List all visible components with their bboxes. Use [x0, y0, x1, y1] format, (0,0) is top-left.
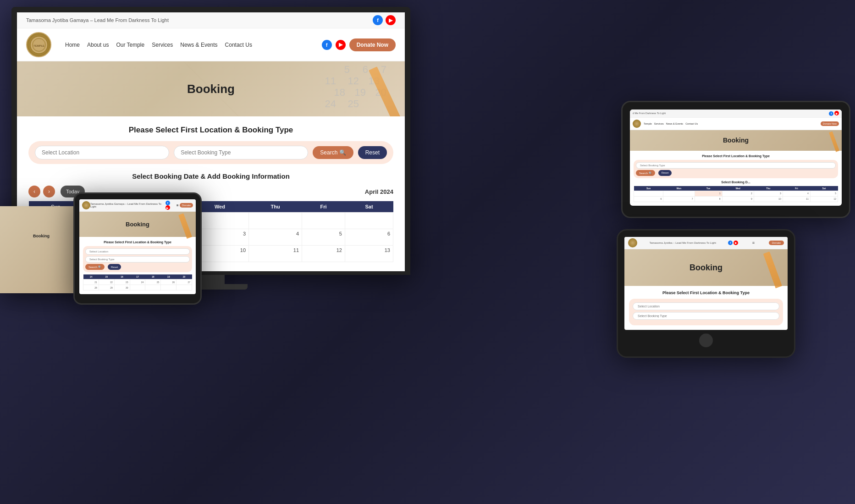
mini-nav-links: Temple Services News & Events Contact Us [644, 122, 698, 125]
svg-text:TEMPLE: TEMPLE [33, 44, 44, 47]
tablet-front-yt[interactable]: ▶ [734, 241, 738, 245]
tablet-mini-hero-title: Booking [126, 221, 149, 228]
tablet-large-frame: d Me From Darkness To Light f ▶ Temple S… [621, 101, 850, 218]
site-nav-links: Home About us Our Temple Services News &… [65, 42, 252, 48]
tablet-mini-frame: Tamasoma Jyotiba Gamaya – Lead Me From D… [73, 192, 202, 305]
mini-nav-services[interactable]: Services [654, 122, 664, 125]
mini-hero: Booking [630, 130, 842, 151]
reset-button[interactable]: Reset [358, 146, 387, 159]
tablet-mini-yt[interactable]: ▶ [165, 205, 170, 210]
tablet-mini-donate[interactable]: Donate [180, 203, 193, 208]
mini-topbar: d Me From Darkness To Light f ▶ [630, 110, 842, 118]
mini-donate-btn[interactable]: Donate Now [821, 121, 839, 126]
tablet-mini-site: Tamasoma Jyotiba Gamaya – Lead Me From D… [79, 199, 196, 294]
tablet-mini-fb[interactable]: f [165, 201, 170, 205]
cal-next-button[interactable]: › [43, 186, 55, 197]
nav-temple[interactable]: Our Temple [116, 42, 144, 48]
table-row[interactable]: 5 [302, 229, 345, 246]
cal-header-fri: Fri [302, 201, 345, 213]
mini-section-title: Please Select First Location & Booking T… [634, 154, 838, 158]
table-row[interactable] [345, 213, 393, 229]
tablet-front-title: Tamasoma Jyotiba – Lead Me From Darkness… [650, 241, 716, 244]
mini-nav-contact[interactable]: Contact Us [685, 122, 698, 125]
mini-form: Search 🔍 Reset [634, 160, 838, 178]
calendar-month: April 2024 [365, 188, 393, 195]
facebook-icon[interactable]: f [373, 15, 383, 25]
tablet-mini-topbar: Tamasoma Jyotiba Gamaya – Lead Me From D… [79, 199, 196, 212]
tablet-front-body: Please Select First Location & Booking T… [624, 286, 788, 330]
mini-search-btn[interactable]: Search 🔍 [636, 170, 655, 176]
nav-about[interactable]: About us [87, 42, 109, 48]
cal-header-thu: Thu [249, 201, 302, 213]
cal-prev-button[interactable]: ‹ [28, 186, 40, 197]
tablet-front-screen: Tamasoma Jyotiba – Lead Me From Darkness… [624, 237, 788, 330]
tablet-front-donate[interactable]: Donate [769, 241, 784, 245]
mini-date-title: Select Booking D... [634, 181, 838, 184]
nav-news[interactable]: News & Events [180, 42, 217, 48]
tablet-large: d Me From Darkness To Light f ▶ Temple S… [621, 101, 850, 218]
tablet-large-screen: d Me From Darkness To Light f ▶ Temple S… [630, 110, 842, 206]
tablet-mini-reset[interactable]: Reset [108, 264, 121, 270]
mini-reset-btn[interactable]: Reset [658, 170, 672, 176]
tablet-mini-form: Search 🔍 Reset [83, 246, 192, 272]
nav-facebook-icon[interactable]: f [322, 40, 332, 50]
mini-yt-icon[interactable]: ▶ [834, 111, 839, 115]
youtube-icon[interactable]: ▶ [386, 15, 396, 25]
phone-site: f ▶ ≡ Donate Booking Please Select First… [5, 219, 77, 281]
nav-contact[interactable]: Contact Us [225, 42, 252, 48]
location-input[interactable] [35, 146, 169, 159]
table-row[interactable]: 13 [345, 246, 393, 262]
phone-hero-title: Booking [33, 234, 50, 238]
mini-booking-type[interactable] [636, 162, 836, 169]
tablet-mini-booking-type[interactable] [85, 256, 190, 263]
booking-form: Search 🔍 Reset [28, 141, 393, 164]
tablet-large-site: d Me From Darkness To Light f ▶ Temple S… [630, 110, 842, 206]
table-row[interactable] [302, 213, 345, 229]
donate-button[interactable]: Donate Now [349, 38, 396, 51]
tablet-mini-screen: Tamasoma Jyotiba Gamaya – Lead Me From D… [79, 199, 196, 294]
mini-nav-temple[interactable]: Temple [644, 122, 652, 125]
booking-subtitle: Please Select First Location & Booking T… [28, 126, 393, 135]
table-row[interactable]: 12 [302, 246, 345, 262]
nav-home[interactable]: Home [65, 42, 80, 48]
tablet-front-section-title: Please Select First Location & Booking T… [629, 290, 783, 295]
mini-fb-icon[interactable]: f [829, 111, 833, 116]
tablet-mini-social: f ▶ [165, 201, 175, 210]
phone-device: f ▶ ≡ Donate Booking Please Select First… [0, 206, 83, 293]
search-button[interactable]: Search 🔍 [313, 146, 353, 159]
phone-frame: f ▶ ≡ Donate Booking Please Select First… [0, 206, 83, 293]
mini-hero-title: Booking [723, 137, 749, 144]
tablet-front-fb[interactable]: f [728, 241, 733, 245]
tablet-front-location[interactable] [633, 302, 779, 310]
tablet-front-frame: Tamasoma Jyotiba – Lead Me From Darkness… [617, 229, 795, 358]
site-header: Tamasoma Jyotiba Gamaya – Lead Me From D… [17, 12, 405, 61]
tablet-mini-section-title: Please Select First Location & Booking T… [83, 241, 192, 244]
table-row[interactable]: 6 [345, 229, 393, 246]
site-nav-right: f ▶ Donate Now [322, 38, 396, 51]
table-row[interactable] [249, 213, 302, 229]
tablet-mini-search[interactable]: Search 🔍 [85, 264, 105, 270]
tablet-front-booking-type[interactable] [633, 312, 779, 320]
tablet-front-hero-title: Booking [690, 263, 723, 273]
site-navbar: TEMPLE Home About us Our Temple Services… [17, 28, 405, 61]
nav-services[interactable]: Services [152, 42, 173, 48]
booking-type-input[interactable] [174, 146, 308, 159]
table-row[interactable]: 4 [249, 229, 302, 246]
tablet-mini-cal: 141516 17181920 21222324252627 282930 [83, 274, 192, 290]
booking-date-title: Select Booking Date & Add Booking Inform… [28, 172, 393, 180]
cal-header-sat: Sat [345, 201, 393, 213]
nav-youtube-icon[interactable]: ▶ [336, 40, 346, 50]
tablet-front-logo [628, 238, 637, 247]
table-row[interactable]: 11 [249, 246, 302, 262]
tablet-mini-title: Tamasoma Jyotiba Gamaya – Lead Me From D… [90, 203, 165, 208]
mini-body: Please Select First Location & Booking T… [630, 151, 842, 206]
mini-tagline: d Me From Darkness To Light [633, 112, 666, 115]
tablet-front-hero: Booking [624, 249, 788, 286]
site-topbar: Tamasoma Jyotiba Gamaya – Lead Me From D… [17, 12, 405, 28]
tablet-front-topbar: Tamasoma Jyotiba – Lead Me From Darkness… [624, 237, 788, 249]
mini-logo [633, 120, 641, 128]
tablet-mini-location[interactable] [85, 248, 190, 255]
mini-nav-news[interactable]: News & Events [666, 122, 683, 125]
site-hero: 5 6 7 11 12 13 18 19 20 24 25 Booking [17, 61, 405, 116]
tablet-front-social: f ▶ [728, 241, 738, 246]
